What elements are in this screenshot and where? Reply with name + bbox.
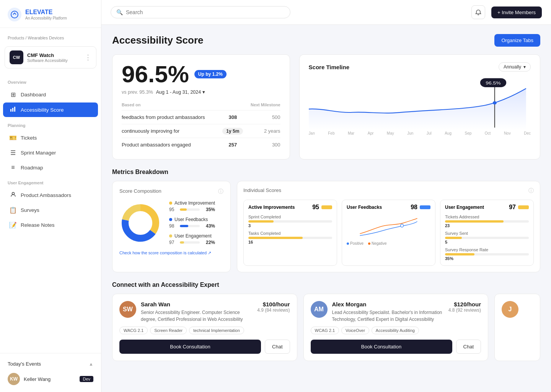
svg-point-8 — [492, 101, 496, 105]
sidebar-item-release-notes[interactable]: 📝 Release Notes — [3, 218, 98, 232]
sidebar-item-label-roadmap: Roadmap — [21, 165, 43, 171]
score-badge: Up by 1.2% — [194, 70, 227, 78]
uf-body: Positive Negative — [342, 213, 435, 250]
uf-mini-legend: Positive Negative — [347, 241, 430, 246]
expert-name: Alex Morgan — [332, 301, 444, 307]
legend-label: User Engagement — [174, 233, 212, 239]
sidebar-item-label-sprint-manager: Sprint Manager — [21, 150, 56, 156]
uf-title: User Feedbacks — [347, 205, 382, 210]
book-consultation-button[interactable]: Book Consultation — [119, 340, 261, 354]
expert-actions: Book Consultation Chat — [311, 340, 481, 354]
composition-header: Score Composition ⓘ — [119, 188, 223, 195]
search-input[interactable] — [126, 9, 285, 15]
chat-button[interactable]: Chat — [265, 340, 290, 354]
sidebar-item-roadmap[interactable]: ≡ Roadmap — [3, 161, 98, 174]
planning-section-label: Planning — [0, 118, 101, 130]
legend-bar-bg — [180, 208, 200, 211]
score-row-current: 1y 5m — [220, 124, 245, 138]
sidebar-item-surveys[interactable]: 📋 Surveys — [3, 203, 98, 217]
donut-wrap: Active Improvement 95 35% User Feedbacks… — [119, 200, 223, 245]
experts-title: Connect with an Accessibility Expert — [112, 281, 540, 288]
svg-point-12 — [401, 224, 404, 227]
invite-members-button[interactable]: + Invite Members — [491, 7, 542, 18]
chart-month-label: May — [387, 131, 394, 135]
product-type: Software Accessibility — [27, 58, 81, 63]
individual-scores-card: Individual Scores ⓘ Active Improvements … — [237, 181, 540, 272]
check-composition-link[interactable]: Check how the score composition is calcu… — [119, 250, 223, 255]
uf-score-bar — [420, 205, 430, 209]
ue-card-header: User Engagement 97 — [440, 200, 533, 213]
product-card[interactable]: CW CMF Watch Software Accessibility ⋮ — [5, 46, 96, 68]
composition-title: Score Composition — [119, 188, 161, 194]
today-events-label: Today's Events — [8, 361, 41, 367]
chart-month-label: Aug — [445, 131, 452, 135]
ue-score-bar — [518, 205, 529, 209]
score-row-milestone: 500 — [245, 111, 280, 124]
user-engagement-section-label: User Engagement — [0, 175, 101, 187]
expert-tag: WACG 2.1 — [119, 327, 148, 334]
svg-text:96.5%: 96.5% — [486, 80, 500, 86]
individual-info-icon[interactable]: ⓘ — [528, 187, 534, 194]
organize-tabs-button[interactable]: Organize Tabs — [494, 34, 540, 47]
product-ambassadors-icon — [9, 192, 17, 199]
event-item: KW Keller Wang Dev — [5, 371, 96, 387]
chevron-up-icon: ▲ — [89, 361, 93, 367]
expert-top: SW Sarah Wan Senior Accessibility Engine… — [119, 301, 290, 323]
expert-tag: VoiceOver — [341, 327, 369, 334]
composition-info-icon[interactable]: ⓘ — [218, 188, 223, 195]
notification-button[interactable] — [471, 5, 485, 19]
expert-card: AM Alex Morgan Lead Accessibility Specia… — [303, 294, 489, 361]
svg-rect-2 — [12, 108, 13, 112]
score-composition-card: Score Composition ⓘ — [112, 181, 231, 272]
ai-tasks-label: Tasks Completed — [248, 231, 332, 236]
uf-mini-chart — [347, 215, 430, 237]
chart-month-label: Sep — [465, 131, 471, 135]
search-wrap[interactable]: 🔍 — [111, 6, 290, 18]
product-more-button[interactable]: ⋮ — [85, 53, 91, 62]
legend-bar-fill — [180, 208, 187, 211]
active-improvements-card: Active Improvements 95 Sprint Completed — [243, 200, 337, 266]
logo-subtitle: An Accessibility Platform — [25, 16, 67, 21]
sidebar-item-sprint-manager[interactable]: ☰ Sprint Manager — [3, 146, 98, 160]
ai-title: Active Improvements — [248, 205, 295, 210]
sidebar-item-accessibility-score[interactable]: Accessibility Score — [3, 102, 98, 117]
score-row-current: 308 — [220, 111, 245, 124]
ue-response-val: 35% — [445, 256, 529, 261]
chat-button[interactable]: Chat — [456, 340, 481, 354]
legend-val: 97 — [169, 240, 177, 245]
expert-rating: 4.8 (92 reviews) — [448, 307, 481, 313]
sidebar-item-tickets[interactable]: 🎫 Tickets — [3, 131, 98, 145]
date-range-selector[interactable]: Aug 1 - Aug 31, 2024 ▾ — [156, 89, 205, 95]
chart-area: 96.5% — [309, 76, 531, 130]
sidebar-item-product-ambassadors[interactable]: Product Ambassadors — [3, 188, 98, 202]
product-avatar: CW — [10, 50, 23, 64]
dashboard-icon: ⊞ — [9, 91, 17, 98]
chart-month-label: Jul — [427, 131, 432, 135]
ai-tasks-bar — [248, 237, 303, 239]
ai-sprint-label: Sprint Completed — [248, 215, 332, 219]
today-events-toggle[interactable]: Today's Events ▲ — [5, 358, 96, 371]
sidebar-content: Products / Wearables Devices CW CMF Watc… — [0, 28, 101, 353]
logo: ELEVATE An Accessibility Platform — [0, 0, 101, 28]
chart-month-label: Oct — [485, 131, 491, 135]
sidebar-item-dashboard[interactable]: ⊞ Dashboard — [3, 88, 98, 102]
uf-score: 98 — [411, 204, 417, 211]
timeline-period-select[interactable]: Annually ▾ — [499, 62, 531, 72]
chart-month-labels: JanFebMarAprMayJunJulAugSepOctNovDec — [309, 131, 531, 135]
score-number: 96.5% — [122, 62, 189, 86]
product-name: CMF Watch — [27, 52, 81, 58]
event-badge: Dev — [80, 376, 93, 382]
legend-pct: 35% — [203, 207, 215, 212]
legend-bar-bg — [180, 241, 200, 244]
expert-bio: Lead Accessibility Specialist. Bachelor'… — [332, 309, 444, 323]
tickets-icon: 🎫 — [9, 134, 17, 142]
ue-response-label: Survey Response Rate — [445, 247, 529, 252]
main-area: 🔍 + Invite Members Accessibility Score O… — [101, 0, 551, 392]
legend-dot — [169, 202, 172, 205]
content-area: Accessibility Score Organize Tabs 96.5% … — [101, 25, 551, 392]
ue-survey-val: 5 — [445, 240, 529, 244]
individual-title: Individual Scores — [243, 187, 281, 193]
sidebar-item-label-accessibility-score: Accessibility Score — [21, 107, 64, 113]
book-consultation-button[interactable]: Book Consultation — [311, 340, 452, 354]
expert-tags: WACG 2.1Screen Readertechnical Implement… — [119, 327, 290, 334]
